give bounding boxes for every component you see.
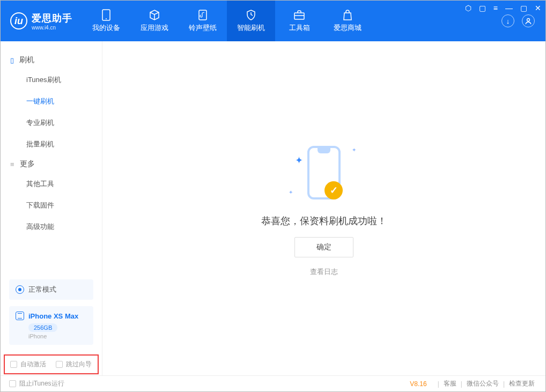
list-icon: ≡: [10, 160, 14, 168]
sidebar-item-download-firmware[interactable]: 下载固件: [1, 195, 102, 216]
sidebar-section-flash: ▯ 刷机: [1, 51, 102, 69]
svg-rect-3: [294, 13, 304, 19]
sparkle-icon: ✦: [352, 147, 356, 153]
checkbox-icon[interactable]: [9, 380, 16, 387]
device-type: iPhone: [28, 333, 87, 339]
sparkle-icon: ✦: [295, 154, 303, 166]
footer-link-update[interactable]: 检查更新: [507, 379, 537, 388]
main-nav: 我的设备 应用游戏 铃声壁纸 智能刷机 工具箱 爱思商城: [82, 1, 491, 41]
logo-icon: iu: [10, 12, 27, 29]
device-card[interactable]: iPhone XS Max 256GB iPhone: [9, 306, 93, 345]
checkbox-icon: [56, 361, 63, 368]
success-illustration: ✦ ✦ ✦ ✓: [292, 140, 356, 205]
sidebar-item-itunes-flash[interactable]: iTunes刷机: [1, 69, 102, 91]
checkbox-icon: [10, 361, 17, 368]
svg-rect-2: [199, 10, 206, 20]
app-header: iu 爱思助手 www.i4.cn 我的设备 应用游戏 铃声壁纸 智能刷机 工具…: [1, 1, 545, 41]
tshirt-icon[interactable]: ⬡: [465, 4, 471, 12]
success-message: 恭喜您，保资料刷机成功啦！: [261, 215, 387, 227]
device-name: iPhone XS Max: [28, 312, 78, 320]
title-bar-controls: ⬡ ▢ ≡ — ▢ ✕: [465, 4, 541, 12]
svg-point-4: [527, 19, 530, 21]
block-itunes-label[interactable]: 阻止iTunes运行: [19, 379, 64, 388]
sidebar-item-advanced[interactable]: 高级功能: [1, 216, 102, 238]
menu-icon[interactable]: ≡: [493, 4, 498, 12]
highlighted-options: 自动激活 跳过向导: [4, 354, 99, 374]
music-icon: [197, 9, 209, 21]
auto-activate-checkbox[interactable]: 自动激活: [10, 360, 46, 369]
cube-icon: [149, 9, 160, 21]
min-icon[interactable]: —: [505, 4, 513, 12]
sidebar-item-batch-flash[interactable]: 批量刷机: [1, 134, 102, 155]
sidebar-item-other-tools[interactable]: 其他工具: [1, 173, 102, 195]
download-button[interactable]: ↓: [501, 14, 514, 27]
phone-illustration-icon: ✓: [307, 146, 341, 199]
device-icon: [16, 312, 24, 320]
logo: iu 爱思助手 www.i4.cn: [1, 1, 82, 41]
device-capacity: 256GB: [28, 323, 57, 332]
feedback-icon[interactable]: ▢: [479, 4, 486, 12]
nav-my-device[interactable]: 我的设备: [82, 1, 130, 41]
mode-card[interactable]: 正常模式: [9, 279, 93, 300]
main-content: ✦ ✦ ✦ ✓ 恭喜您，保资料刷机成功啦！ 确定 查看日志: [102, 41, 545, 375]
nav-apps-games[interactable]: 应用游戏: [130, 1, 179, 41]
sidebar: ▯ 刷机 iTunes刷机 一键刷机 专业刷机 批量刷机 ≡ 更多 其他工具 下…: [1, 41, 102, 375]
sidebar-item-one-key-flash[interactable]: 一键刷机: [1, 91, 102, 112]
phone-icon: [100, 9, 112, 21]
nav-smart-flash[interactable]: 智能刷机: [227, 1, 275, 41]
user-button[interactable]: [522, 14, 535, 27]
mode-dot-icon: [16, 285, 24, 294]
app-title: 爱思助手: [32, 12, 72, 25]
view-log-link[interactable]: 查看日志: [310, 267, 338, 277]
skip-guide-checkbox[interactable]: 跳过向导: [56, 360, 92, 369]
mode-label: 正常模式: [28, 285, 56, 294]
app-url: www.i4.cn: [32, 25, 72, 31]
footer-link-wechat[interactable]: 微信公众号: [464, 379, 501, 388]
bag-icon: [342, 9, 353, 21]
shield-icon: [245, 9, 257, 21]
nav-store[interactable]: 爱思商城: [323, 1, 372, 41]
sparkle-icon: ✦: [289, 189, 293, 195]
footer: 阻止iTunes运行 V8.16 | 客服 | 微信公众号 | 检查更新: [1, 375, 545, 391]
phone-outline-icon: ▯: [10, 56, 14, 64]
version-label: V8.16: [410, 380, 426, 388]
close-icon[interactable]: ✕: [535, 4, 541, 12]
check-badge-icon: ✓: [324, 181, 343, 199]
sidebar-item-pro-flash[interactable]: 专业刷机: [1, 112, 102, 134]
ok-button[interactable]: 确定: [294, 237, 353, 257]
nav-ringtones[interactable]: 铃声壁纸: [179, 1, 227, 41]
svg-point-1: [106, 18, 107, 19]
sidebar-section-more: ≡ 更多: [1, 155, 102, 173]
max-icon[interactable]: ▢: [520, 4, 527, 12]
nav-toolbox[interactable]: 工具箱: [275, 1, 323, 41]
toolbox-icon: [293, 9, 305, 21]
footer-link-support[interactable]: 客服: [441, 379, 459, 388]
